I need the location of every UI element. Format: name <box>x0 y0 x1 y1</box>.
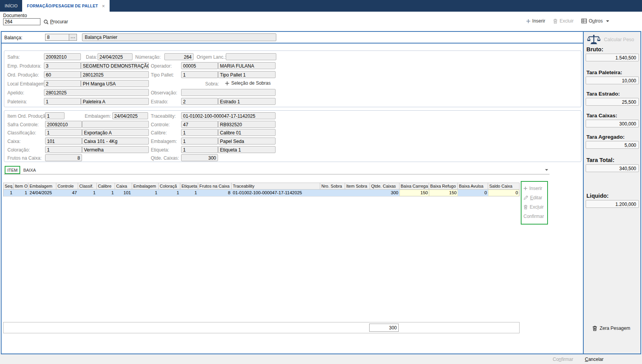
weight-tara-agregado: Tara Agregado: 5,000 <box>586 134 639 149</box>
safra-controle-desc-field <box>82 121 149 128</box>
outros-button[interactable]: Outros <box>581 18 609 24</box>
cell-caixa: 101 <box>115 190 132 196</box>
plus-icon <box>225 81 229 85</box>
balanca-code-input[interactable] <box>45 34 69 41</box>
row-excluir-button[interactable]: Excluir <box>523 202 546 212</box>
cell-controle: 47 <box>56 190 78 196</box>
weight-liquido: Liquido: 1.200,000 <box>586 193 639 208</box>
calibre-desc-field: Calibre 01 <box>218 129 276 136</box>
grid-icon <box>581 19 587 23</box>
emp-produtora-code-field: 3 <box>44 62 81 69</box>
chevron-down-icon[interactable] <box>545 169 548 171</box>
coloracao-code-field: 1 <box>45 146 82 153</box>
calibre-code-field: 1 <box>181 129 218 136</box>
weight-tara-paleteira-value: 10,000 <box>586 77 639 84</box>
tab-item[interactable]: ITEM <box>5 166 20 174</box>
data-label: Data: <box>86 54 97 60</box>
cancelar-button[interactable]: Cancelar <box>585 357 604 362</box>
ord-producao-label: Ord. Produção: <box>7 72 39 78</box>
classificacao-code-field: 1 <box>45 129 82 136</box>
th-baixa-avulsa: Baixa Avulsa <box>458 183 488 189</box>
weight-tara-estrado: Tara Estrado: 25,500 <box>586 91 639 106</box>
cell-traceability: 01-01002-100-000047-17-1142025 <box>232 190 320 196</box>
cell-item-ord: 1 <box>14 190 28 196</box>
estrado-label: Estrado: <box>151 99 168 104</box>
th-baixa-carrega: Baixa Carrega <box>400 183 429 189</box>
balanca-lookup-button[interactable]: … <box>69 34 77 41</box>
balanca-label: Balança: <box>4 35 23 40</box>
paleteira-desc-field: Paleteira A <box>81 98 149 105</box>
table-footer: 300 <box>3 322 520 333</box>
scale-icon <box>587 34 601 45</box>
weight-tara-estrado-value: 25,500 <box>586 98 639 106</box>
numeracao-label: Númeração: <box>135 54 160 60</box>
excluir-button[interactable]: Excluir <box>553 18 574 24</box>
chevron-down-icon <box>606 20 609 22</box>
confirmar-button[interactable]: Confirmar <box>553 357 573 362</box>
safra-label: Safra: <box>7 54 20 60</box>
row-inserir-button[interactable]: Inserir <box>523 184 546 193</box>
tipo-pallet-code-field: 1 <box>181 71 218 78</box>
local-embalagem-label: Local Embalagem: <box>7 81 46 87</box>
zera-pesagem-button[interactable]: Zera Pesagem <box>592 326 630 331</box>
caixa-label: Caixa: <box>7 139 21 144</box>
traceability-label: Traceability: <box>151 113 176 119</box>
th-seq: Seq. <box>3 183 14 189</box>
row-editar-button[interactable]: Editar <box>523 193 546 202</box>
th-saldo-caixa: Saldo Caixa <box>488 183 519 189</box>
tab-inicio[interactable]: INÍCIO <box>0 0 22 12</box>
close-tab-icon[interactable]: × <box>102 3 105 9</box>
cell-calibre: 1 <box>97 190 115 196</box>
cell-item-sobra <box>345 190 370 196</box>
th-classif: Classif. <box>78 183 97 189</box>
cell-etiqueta: 1 <box>180 190 198 196</box>
paleteira-label: Paleteira: <box>7 99 27 104</box>
coloracao-label: Coloração: <box>7 147 30 153</box>
embalagem-data-label: Embalagem: <box>85 113 111 119</box>
th-embalagem-data: Embalagem <box>28 183 56 189</box>
procurar-button[interactable]: Procurar <box>44 19 68 24</box>
safra-controle-code-field: 20092010 <box>45 121 82 128</box>
tipo-pallet-desc-field: Tipo Pallet 1 <box>218 71 276 78</box>
weight-tara-paleteira: Tara Paleteira: 10,000 <box>586 70 639 84</box>
frutos-na-caixa-field: 8 <box>45 154 82 161</box>
emp-produtora-label: Emp. Produtora: <box>7 63 41 69</box>
tipo-pallet-label: Tipo Pallet: <box>151 72 174 78</box>
table-row[interactable]: 1 1 24/04/2025 47 1 1 101 1 1 1 8 01-010… <box>3 190 520 197</box>
apelido-label: Apelido: <box>7 90 24 96</box>
observacao-field <box>181 89 276 96</box>
trash-icon <box>592 326 597 331</box>
th-item-sobra: Item Sobra <box>345 183 370 189</box>
cell-coloracao: 1 <box>159 190 180 196</box>
plus-icon <box>523 186 527 190</box>
operador-desc-field: MARIA FULANA <box>218 62 276 69</box>
th-qtde-caixas: Qtde. Caixas <box>370 183 400 189</box>
origem-lanc-field <box>226 53 276 60</box>
plus-icon <box>526 19 530 23</box>
origem-lanc-label: Origem Lanc.: <box>197 54 226 60</box>
numeracao-field: 264 <box>164 53 194 60</box>
top-toolbar: Inserir Excluir Outros <box>526 18 609 24</box>
caixa-code-field: 101 <box>45 138 82 145</box>
documento-input[interactable] <box>3 18 40 25</box>
selecao-de-sobras-button[interactable]: Seleção de Sobras <box>225 80 270 86</box>
tab-baixa[interactable]: BAIXA <box>23 168 36 172</box>
row-confirmar-button[interactable]: Confirmar <box>523 212 546 221</box>
data-field: 24/04/2025 <box>98 53 133 60</box>
th-item-ord: Item O <box>14 183 28 189</box>
embalagem-label: Embalagem: <box>151 139 177 144</box>
cell-seq: 1 <box>3 190 14 196</box>
th-controle: Controle <box>56 183 78 189</box>
qtde-caixas-field: 300 <box>181 154 218 161</box>
documento-label: Documento <box>3 13 27 18</box>
local-embalagem-desc-field: PH Manga USA <box>81 80 149 87</box>
qtde-caixas-total: 300 <box>369 324 399 332</box>
inserir-button[interactable]: Inserir <box>526 18 545 24</box>
item-ord-producao-label: Item Ord. Produção: <box>7 113 49 119</box>
paleteira-code-field: 1 <box>44 98 81 105</box>
frutos-na-caixa-label: Frutos na Caixa: <box>7 155 42 161</box>
observacao-label: Observação: <box>151 90 177 96</box>
tab-formacao-pesagem-de-pallet[interactable]: FORMAÇÃO/PESAGEM DE PALLET × <box>22 0 110 12</box>
th-calibre: Calibre <box>97 183 115 189</box>
calcular-peso-button[interactable]: Calcular Peso <box>587 34 634 45</box>
